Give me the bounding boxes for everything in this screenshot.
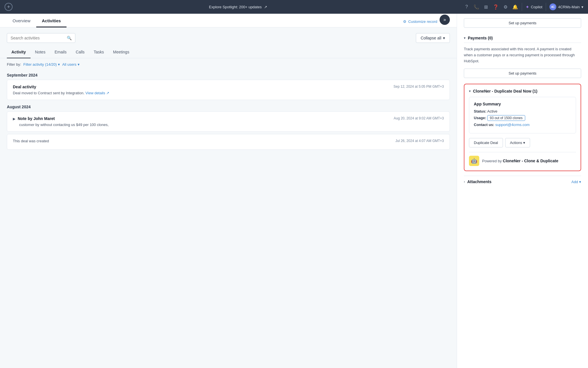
chevron-down-icon: ▾ <box>523 141 525 145</box>
tab-overview[interactable]: Overview <box>7 14 36 27</box>
card-time: Sep 12, 2024 at 5:05 PM GMT+3 <box>394 85 444 89</box>
note-row: ▶ Note by John Maret <box>13 116 55 121</box>
avatar: 4C <box>549 3 556 10</box>
bell-icon[interactable]: 🔔 <box>512 4 518 10</box>
section-september-2024: September 2024 <box>0 71 457 80</box>
app-summary-box: App Summary Status: Active Usage: 93 out… <box>469 97 576 133</box>
tab-calls[interactable]: Calls <box>71 47 89 58</box>
actions-button[interactable]: Actions ▾ <box>505 138 530 147</box>
gear-icon: ⚙ <box>403 19 406 24</box>
cloner-logo-icon: 🤖 <box>471 158 477 164</box>
add-label: Add <box>571 180 578 184</box>
chevron-down-icon: ▾ <box>58 62 60 67</box>
section-august-2024: August 2024 <box>0 102 457 111</box>
chevron-down-icon: ▾ <box>581 5 583 9</box>
usage-badge: 93 out of 1500 clones <box>487 115 525 121</box>
note-body: customer by without contacting us $49 pe… <box>13 123 444 127</box>
activity-filter-button[interactable]: Filter activity (14/20) ▾ <box>23 62 60 67</box>
created-body: This deal was created <box>13 139 49 143</box>
top-navigation: + Explore Spotlight: 200+ updates ↗ ? 📞 … <box>0 0 588 14</box>
nav-right-group: ? 📞 ⊞ ❓ ⚙ 🔔 ✦ Copilot 4C 4CRMs-Main ▾ <box>464 3 583 11</box>
copilot-button[interactable]: ✦ Copilot <box>525 4 542 10</box>
tab-meetings[interactable]: Meetings <box>108 47 134 58</box>
chevron-down-icon: ▾ <box>579 180 581 184</box>
phone-icon[interactable]: 📞 <box>473 4 480 10</box>
attachments-title: Attachments <box>467 179 492 184</box>
note-time: Aug 20, 2024 at 9:02 AM GMT+3 <box>394 116 444 120</box>
cloner-header[interactable]: ▾ CloneNer - Duplicate Deal Now (1) <box>469 89 576 97</box>
tab-tasks[interactable]: Tasks <box>89 47 108 58</box>
create-button[interactable]: + <box>5 3 13 11</box>
created-time: Jul 26, 2024 at 4:07 AM GMT+3 <box>395 139 444 143</box>
chevron-right-icon: › <box>464 180 465 184</box>
payments-body: Track payments associated with this reco… <box>464 46 581 64</box>
collapse-label: Collapse all <box>421 36 441 40</box>
card-deal-activity: Deal activity Sep 12, 2024 at 5:05 PM GM… <box>7 80 450 100</box>
duplicate-deal-button[interactable]: Duplicate Deal <box>469 138 503 147</box>
payments-title: Payments (0) <box>468 36 493 40</box>
usage-row: Usage: 93 out of 1500 clones <box>474 115 571 121</box>
contact-label: Contact us: <box>474 123 494 127</box>
nav-divider-2 <box>546 3 546 11</box>
question-icon[interactable]: ❓ <box>493 4 499 10</box>
contact-row: Contact us: support@4crms.com <box>474 123 571 127</box>
filter-prefix: Filter by: <box>7 62 21 67</box>
expand-panel-button[interactable]: » <box>440 15 450 25</box>
user-filter-label: All users <box>62 62 76 67</box>
card-title: Deal activity <box>13 85 36 89</box>
collapse-all-button[interactable]: Collapse all ▾ <box>416 33 450 43</box>
chevron-down-icon: ▾ <box>464 36 466 40</box>
user-label: 4CRMs-Main <box>558 5 580 9</box>
search-filter-row: 🔍 Collapse all ▾ <box>0 27 457 43</box>
page-tabs-row: Overview Activities ⚙ Customize record » <box>0 14 457 27</box>
activity-tabs: Activity Notes Emails Calls Tasks Meetin… <box>0 43 457 58</box>
contact-email-link[interactable]: support@4crms.com <box>495 123 529 127</box>
status-value-text: Active <box>487 109 497 113</box>
expand-note-icon[interactable]: ▶ <box>13 117 15 121</box>
copilot-label: Copilot <box>531 5 542 9</box>
payments-section-header[interactable]: ▾ Payments (0) <box>464 33 581 43</box>
app-summary-title: App Summary <box>474 102 571 106</box>
view-details-link[interactable]: View details ↗ <box>85 91 109 95</box>
cloner-logo: 🤖 <box>469 156 479 166</box>
cloner-brand-link[interactable]: CloneNer - Clone & Duplicate <box>503 159 558 163</box>
search-input[interactable] <box>11 36 65 40</box>
note-title: Note by John Maret <box>18 116 55 121</box>
search-box[interactable]: 🔍 <box>7 33 75 43</box>
cloner-section: ▾ CloneNer - Duplicate Deal Now (1) App … <box>464 84 581 171</box>
user-filter-button[interactable]: All users ▾ <box>62 62 80 67</box>
plus-icon: + <box>7 4 10 10</box>
cloner-title: CloneNer - Duplicate Deal Now (1) <box>473 89 537 93</box>
tab-activities[interactable]: Activities <box>36 14 67 27</box>
actions-label: Actions <box>510 141 522 145</box>
attachments-add-button[interactable]: Add ▾ <box>571 180 581 184</box>
spotlight-banner[interactable]: Explore Spotlight: 200+ updates ↗ <box>17 5 459 9</box>
cloner-actions: Duplicate Deal Actions ▾ <box>469 138 576 147</box>
customize-label: Customize record <box>408 19 437 24</box>
setup-payments-bottom-button[interactable]: Set up payments <box>464 69 581 78</box>
double-chevron-icon: » <box>444 17 446 22</box>
setup-payments-top-button[interactable]: Set up payments <box>464 18 581 28</box>
tab-emails[interactable]: Emails <box>50 47 71 58</box>
search-icon: 🔍 <box>67 36 72 40</box>
user-menu-button[interactable]: 4C 4CRMs-Main ▾ <box>549 3 583 10</box>
card-body: Deal moved to Contract sent by Integrati… <box>13 91 444 95</box>
tab-activity[interactable]: Activity <box>7 47 31 58</box>
powered-by-text: Powered by <box>482 159 502 163</box>
tab-notes[interactable]: Notes <box>31 47 50 58</box>
status-row: Status: Active <box>474 109 571 113</box>
customize-record-button[interactable]: ⚙ Customize record <box>403 19 437 24</box>
attachments-row[interactable]: › Attachments Add ▾ <box>464 176 581 187</box>
status-label: Status: <box>474 109 486 113</box>
card-header-note: ▶ Note by John Maret Aug 20, 2024 at 9:0… <box>13 116 444 121</box>
cloner-footer-text-block: Powered by CloneNer - Clone & Duplicate <box>482 159 558 163</box>
usage-label: Usage: <box>474 116 486 120</box>
external-link-icon: ↗ <box>264 5 267 9</box>
help-icon[interactable]: ? <box>464 4 470 10</box>
grid-icon[interactable]: ⊞ <box>483 4 489 10</box>
chevron-down-icon: ▾ <box>469 89 471 93</box>
settings-icon[interactable]: ⚙ <box>502 4 509 10</box>
spotlight-text: Explore Spotlight: 200+ updates <box>209 5 262 9</box>
nav-divider <box>522 3 522 11</box>
chevron-down-icon: ▾ <box>443 36 445 40</box>
